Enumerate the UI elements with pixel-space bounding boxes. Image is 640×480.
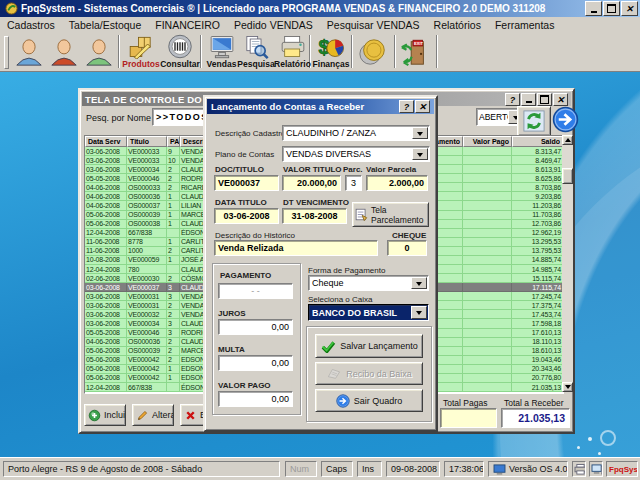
table-cell <box>463 301 512 309</box>
column-header-saldo[interactable]: Saldo <box>512 136 563 147</box>
toolbar-sair-button[interactable]: EXIT <box>398 34 430 71</box>
table-cell: OS000039 <box>127 211 167 219</box>
toolbar-consultar-button[interactable]: Consultar <box>160 34 200 71</box>
menu-item-pesquisar-vendas[interactable]: Pesquisar VENDAS <box>320 18 427 32</box>
multa-field[interactable]: 0,00 <box>218 355 293 371</box>
historico-field[interactable]: Venda Relizada <box>214 240 378 256</box>
menu-item-pedido-vendas[interactable]: Pedido VENDAS <box>227 18 320 32</box>
table-cell: 1 <box>167 192 180 200</box>
pagamento-date-field[interactable]: - - <box>218 283 293 299</box>
table-cell: 780 <box>127 265 167 273</box>
valor-pago-field[interactable]: 0,00 <box>218 391 293 407</box>
sair-quadro-button[interactable]: Sair Quadro <box>315 389 423 412</box>
minimize-button[interactable] <box>585 1 602 16</box>
desktop-dot <box>577 446 580 449</box>
column-header-valor-pago[interactable]: Valor Pago <box>463 136 512 147</box>
dialog-titlebar[interactable]: Lançamento do Contas a Receber <box>207 99 434 114</box>
refresh-button[interactable] <box>517 106 551 136</box>
recibo-baixa-button[interactable]: Recibo da Baixa <box>315 362 423 385</box>
parc-label: Parc. <box>343 165 363 174</box>
parc-field[interactable]: 3 <box>345 175 362 191</box>
vertical-scrollbar[interactable] <box>562 135 573 392</box>
table-cell: VE000030 <box>127 274 167 282</box>
restore-button[interactable] <box>603 1 620 16</box>
table-cell: 2 <box>167 183 180 191</box>
toolbar-produtos-button[interactable]: Produtos <box>122 34 160 71</box>
tela-parcelamento-button[interactable]: Tela Parcelamento <box>352 202 429 227</box>
caixa-select[interactable]: BANCO DO BRASIL <box>308 304 429 321</box>
barcode-icon <box>165 34 195 59</box>
chevron-down-icon[interactable] <box>411 306 427 319</box>
status-time: 17:38:06 <box>444 461 484 477</box>
plano-select[interactable]: VENDAS DIVERSAS <box>282 146 430 162</box>
toolbar-pesquisa-button[interactable]: Pesquisa <box>239 34 273 71</box>
scroll-up-button[interactable] <box>562 135 573 145</box>
window-close-button[interactable] <box>553 93 568 106</box>
valor-titulo-field[interactable]: 20.000,00 <box>282 175 341 191</box>
toolbar-moeda-button[interactable] <box>356 34 390 71</box>
user-blue-icon <box>14 36 44 68</box>
table-cell: 11.703,86 <box>512 211 563 219</box>
pagamento-group-label: PAGAMENTO <box>220 271 271 280</box>
menu-item-financeiro[interactable]: FINANCEIRO <box>148 18 227 32</box>
doc-field[interactable]: VE000037 <box>214 175 279 191</box>
juros-field[interactable]: 0,00 <box>218 319 293 335</box>
data-titulo-field[interactable]: 03-06-2008 <box>214 208 279 224</box>
app-titlebar[interactable]: FpqSystem - Sistemas Comerciais ® | Lice… <box>0 0 640 17</box>
table-cell: 9.203,86 <box>512 192 563 200</box>
chevron-down-icon[interactable] <box>412 127 428 139</box>
toolbar-vendas-button[interactable]: Vendas <box>204 34 239 71</box>
incluir-button[interactable]: Incluir <box>84 404 126 426</box>
table-cell: 03-06-2008 <box>85 310 127 318</box>
toolbar-financas-button[interactable]: $Finanças <box>313 34 349 71</box>
toolbar-separator <box>436 35 438 68</box>
dialog-close-button[interactable] <box>415 100 430 113</box>
table-cell <box>463 374 512 382</box>
column-header-pa[interactable]: PA <box>167 136 180 147</box>
go-button[interactable] <box>551 105 580 134</box>
column-header-titulo[interactable]: Titulo <box>127 136 167 147</box>
valor-parcela-field[interactable]: 2.000,00 <box>366 175 428 191</box>
status-computer[interactable] <box>589 461 603 477</box>
dialog-help-button[interactable] <box>399 100 414 113</box>
toolbar-clients-red-button[interactable] <box>47 34 81 71</box>
finance-icon: $ <box>316 34 346 59</box>
table-cell <box>463 220 512 228</box>
table-cell: VE000059 <box>127 256 167 264</box>
table-cell <box>463 338 512 346</box>
alterar-button[interactable]: Alterar <box>132 404 174 426</box>
sair-label: Sair Quadro <box>354 396 403 406</box>
table-cell: 1000 <box>127 247 167 255</box>
table-cell: 8.469,47 <box>512 156 563 164</box>
total-receber-label: Total a Receber <box>504 398 564 408</box>
window-help-button[interactable] <box>505 93 520 106</box>
table-cell: 12-04-2008 <box>85 229 127 237</box>
table-cell <box>463 156 512 164</box>
menu-item-ferramentas[interactable]: Ferramentas <box>488 18 562 32</box>
chevron-down-icon[interactable] <box>411 277 427 289</box>
salvar-lancamento-button[interactable]: Salvar Lançamento <box>315 334 423 358</box>
status-printer[interactable] <box>572 461 586 477</box>
scroll-down-button[interactable] <box>562 382 573 392</box>
window-maximize-button[interactable] <box>537 93 552 106</box>
table-cell: 1 <box>167 256 180 264</box>
status-ins: Ins <box>357 461 382 477</box>
valor-titulo-label: VALOR TITULO <box>283 165 342 174</box>
menu-item-cadastros[interactable]: Cadastros <box>0 18 62 32</box>
close-button[interactable] <box>621 1 638 16</box>
column-header-data-serv[interactable]: Data Serv <box>85 136 127 147</box>
chevron-down-icon[interactable] <box>412 148 428 160</box>
toolbar-clients-green-button[interactable] <box>82 34 116 71</box>
toolbar-clients-blue-button[interactable] <box>12 34 46 71</box>
toolbar-relatorio-button[interactable]: Relatório <box>273 34 312 71</box>
scrollbar-thumb[interactable] <box>562 168 573 184</box>
forma-pagamento-select[interactable]: Cheque <box>308 275 429 291</box>
cadastro-select[interactable]: CLAUDINHO / ZANZA <box>282 125 430 141</box>
menu-item-tabela-estoque[interactable]: Tabela/Estoque <box>62 18 148 32</box>
window-minimize-button[interactable] <box>521 93 536 106</box>
table-cell: 12-04-2008 <box>85 383 127 391</box>
cheque-field[interactable]: 0 <box>387 240 427 256</box>
menu-item-relat-rios[interactable]: Relatórios <box>427 18 488 32</box>
dt-vencimento-field[interactable]: 31-08-2008 <box>282 208 347 224</box>
table-cell: 03-06-2008 <box>85 156 127 164</box>
